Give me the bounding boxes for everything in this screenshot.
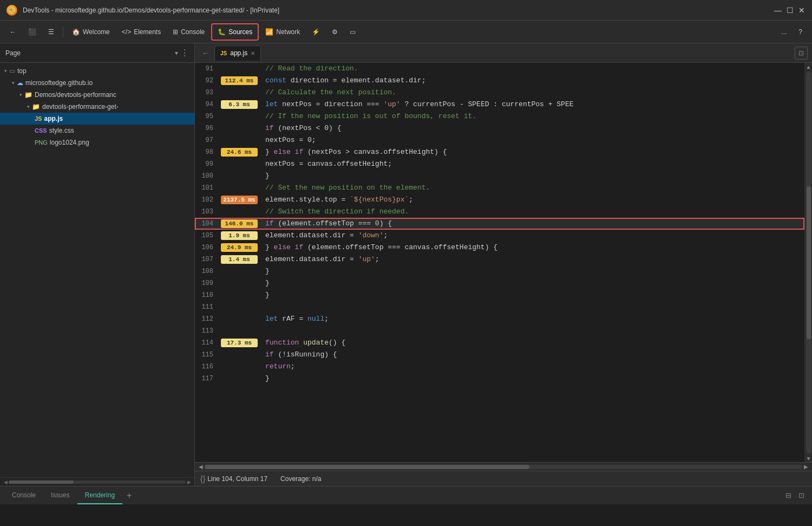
dock-button[interactable]: ⊡ <box>795 47 808 60</box>
tree-item-appjs[interactable]: JS app.js <box>0 113 194 125</box>
console-tab-button[interactable]: ⊞ Console <box>167 23 210 41</box>
code-line-93: 93// Calculate the next position. <box>195 87 804 99</box>
sidebar-scroll-thumb <box>9 480 74 484</box>
line-number: 112 <box>195 313 218 325</box>
console-tab-label: Console <box>12 491 36 499</box>
dock-bottom-button[interactable]: ⊟ <box>782 489 795 502</box>
vscroll-track[interactable] <box>806 72 811 453</box>
line-number: 113 <box>195 325 218 337</box>
editor-horizontal-scrollbar[interactable]: ◀ ▶ <box>195 462 812 471</box>
elements-icon: </> <box>122 28 131 36</box>
line-number: 103 <box>195 206 218 218</box>
code-text: element.dataset.dir = 'down'; <box>261 230 388 242</box>
tree-item-devtools-perf-get[interactable]: ▾ 📁 devtools-performance-get- <box>0 101 194 113</box>
home-icon: 🏠 <box>72 28 80 36</box>
tree-item-label: style.css <box>49 127 74 134</box>
vscroll-up-button[interactable]: ▲ <box>805 63 813 70</box>
code-line-117: 117 } <box>195 373 804 385</box>
sidebar-header-dropdown[interactable]: ▾ <box>175 49 178 57</box>
scroll-left-button[interactable]: ◀ <box>2 479 9 485</box>
folder-icon: 📁 <box>24 91 32 99</box>
sidebar-header-more[interactable]: ⋮ <box>180 48 189 58</box>
coverage-info: Coverage: n/a <box>280 475 321 483</box>
code-text: let nextPos = direction === 'up' ? curre… <box>261 99 574 111</box>
more-tabs-button[interactable]: ... <box>776 23 792 41</box>
code-text: let rAF = null; <box>261 313 329 325</box>
code-text: nextPos = canvas.offsetHeight; <box>261 158 392 170</box>
code-text: if (!isRunning) { <box>261 349 337 361</box>
code-editor[interactable]: 91// Read the direction.92112.4 msconst … <box>195 63 804 462</box>
tree-item-label: devtools-performance-get- <box>42 103 119 111</box>
line-number: 102 <box>195 194 218 206</box>
editor-tab-appjs[interactable]: JS app.js ✕ <box>214 46 261 61</box>
toolbar: ← ⬛ ☰ 🏠 Welcome </> Elements ⊞ Console 🐛… <box>0 21 812 43</box>
code-line-91: 91// Read the direction. <box>195 63 804 75</box>
tree-item-demos-perf[interactable]: ▾ 📁 Demos/devtools-performanc <box>0 89 194 101</box>
code-line-94: 946.3 mslet nextPos = direction === 'up'… <box>195 99 804 111</box>
help-button[interactable]: ? <box>793 23 808 41</box>
tree-item-stylecss[interactable]: CSS style.css <box>0 125 194 137</box>
line-number: 94 <box>195 99 218 111</box>
maximize-button[interactable]: ☐ <box>786 7 794 14</box>
line-number: 117 <box>195 373 218 385</box>
tree-item-top[interactable]: ▾ ▭ top <box>0 65 194 77</box>
code-line-112: 112let rAF = null; <box>195 313 804 325</box>
bottom-tab-issues[interactable]: Issues <box>43 486 77 504</box>
sources-tab-button[interactable]: 🐛 Sources <box>211 23 259 41</box>
memory-tab-button[interactable]: ⚙ <box>326 23 343 41</box>
line-number: 114 <box>195 337 218 349</box>
timing-badge: 1.9 ms <box>221 231 258 240</box>
bottom-tab-console[interactable]: Console <box>4 486 43 504</box>
line-number: 106 <box>195 242 218 254</box>
close-button[interactable]: ✕ <box>798 7 806 14</box>
sidebar-header-title: Page <box>5 49 173 57</box>
code-text: } <box>261 170 270 182</box>
main-container: Page ▾ ⋮ ▾ ▭ top ▾ ☁ microsoftedge.githu… <box>0 43 812 486</box>
line-number: 104 <box>195 218 218 230</box>
scroll-right-button[interactable]: ▶ <box>186 479 192 485</box>
editor-area: ← JS app.js ✕ ⊡ 91// Read the direction.… <box>195 43 812 486</box>
line-number: 100 <box>195 170 218 182</box>
editor-vertical-scrollbar[interactable]: ▲ ▼ <box>804 63 812 462</box>
editor-main: 91// Read the direction.92112.4 msconst … <box>195 63 812 462</box>
code-text: if (nextPos < 0) { <box>261 122 341 134</box>
line-number: 116 <box>195 361 218 373</box>
welcome-tab-button[interactable]: 🏠 Welcome <box>67 23 115 41</box>
code-text: element.dataset.dir = 'up'; <box>261 254 379 265</box>
application-tab-button[interactable]: ▭ <box>344 23 361 41</box>
editor-back-button[interactable]: ← <box>199 47 212 60</box>
line-number: 105 <box>195 230 218 242</box>
tree-item-microsoftedge[interactable]: ▾ ☁ microsoftedge.github.io <box>0 77 194 89</box>
sidebar-scroll-bar[interactable]: ◀ ▶ <box>0 477 194 486</box>
console-icon: ⊞ <box>173 28 178 36</box>
tab-close-button[interactable]: ✕ <box>251 50 255 56</box>
code-text: if (element.offsetTop === 0) { <box>261 218 392 230</box>
close-bottom-button[interactable]: ⊡ <box>795 489 808 502</box>
code-text: // Read the direction. <box>261 63 358 75</box>
line-number: 115 <box>195 349 218 361</box>
sidebar-toggle-button[interactable]: ☰ <box>43 23 60 41</box>
code-line-107: 1071.4 ms element.dataset.dir = 'up'; <box>195 254 804 265</box>
png-file-icon: PNG <box>35 139 48 146</box>
hscroll-track[interactable] <box>205 465 802 469</box>
sidebar-scroll-track[interactable] <box>9 480 186 484</box>
status-bar: {} Line 104, Column 17 Coverage: n/a <box>195 471 812 486</box>
hscroll-left-button[interactable]: ◀ <box>197 463 205 471</box>
line-number: 110 <box>195 289 218 301</box>
network-tab-button[interactable]: 📶 Network <box>260 23 305 41</box>
elements-tab-button[interactable]: </> Elements <box>116 23 166 41</box>
performance-icon: ⚡ <box>312 28 320 36</box>
hscroll-right-button[interactable]: ▶ <box>802 463 810 471</box>
line-number: 95 <box>195 111 218 122</box>
minimize-button[interactable]: — <box>774 7 782 14</box>
rendering-tab-label: Rendering <box>85 491 115 499</box>
nav-forward-button[interactable]: ⬛ <box>23 23 42 41</box>
bottom-tab-rendering[interactable]: Rendering <box>77 486 122 504</box>
tree-item-logo1024[interactable]: PNG logo1024.png <box>0 137 194 148</box>
performance-tab-button[interactable]: ⚡ <box>306 23 325 41</box>
vscroll-down-button[interactable]: ▼ <box>805 454 813 462</box>
code-line-103: 103// Switch the direction if needed. <box>195 206 804 218</box>
nav-back-button[interactable]: ← <box>4 23 22 41</box>
add-tab-button[interactable]: + <box>122 491 136 501</box>
timing-badge: 2137.5 ms <box>221 196 258 204</box>
